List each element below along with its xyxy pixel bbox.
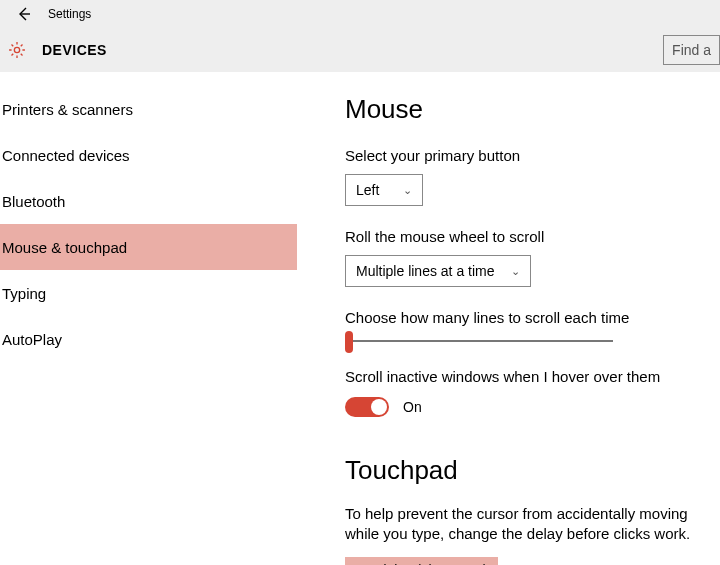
header-section: DEVICES — [42, 42, 107, 58]
sidebar-item-autoplay[interactable]: AutoPlay — [0, 316, 297, 362]
inactive-toggle[interactable] — [345, 397, 389, 417]
sidebar-item-printers[interactable]: Printers & scanners — [0, 86, 297, 132]
lines-slider[interactable] — [345, 340, 613, 342]
sidebar-item-bluetooth[interactable]: Bluetooth — [0, 178, 297, 224]
sidebar-item-typing[interactable]: Typing — [0, 270, 297, 316]
lines-label: Choose how many lines to scroll each tim… — [345, 309, 720, 326]
content-pane: Mouse Select your primary button Left ⌄ … — [297, 72, 720, 565]
back-button[interactable] — [12, 2, 36, 26]
scroll-mode-dropdown[interactable]: Multiple lines at a time ⌄ — [345, 255, 531, 287]
search-input[interactable]: Find a — [663, 35, 720, 65]
sidebar-item-mouse-touchpad[interactable]: Mouse & touchpad — [0, 224, 297, 270]
primary-button-dropdown[interactable]: Left ⌄ — [345, 174, 423, 206]
scroll-mode-label: Roll the mouse wheel to scroll — [345, 228, 720, 245]
sidebar-item-connected[interactable]: Connected devices — [0, 132, 297, 178]
window-title: Settings — [48, 7, 91, 21]
inactive-label: Scroll inactive windows when I hover ove… — [345, 368, 720, 385]
mouse-heading: Mouse — [345, 94, 720, 125]
sidebar: Printers & scanners Connected devices Bl… — [0, 72, 297, 565]
toggle-knob — [371, 399, 387, 415]
chevron-down-icon: ⌄ — [403, 184, 412, 197]
slider-thumb[interactable] — [345, 331, 353, 353]
primary-button-label: Select your primary button — [345, 147, 720, 164]
chevron-down-icon: ⌄ — [511, 265, 520, 278]
gear-icon — [6, 39, 28, 61]
touchpad-desc: To help prevent the cursor from accident… — [345, 504, 720, 545]
touchpad-delay-dropdown[interactable]: No delay (always on) — [345, 557, 498, 566]
inactive-state: On — [403, 399, 422, 415]
search-placeholder: Find a — [672, 42, 711, 58]
touchpad-heading: Touchpad — [345, 455, 720, 486]
svg-point-1 — [14, 47, 19, 52]
